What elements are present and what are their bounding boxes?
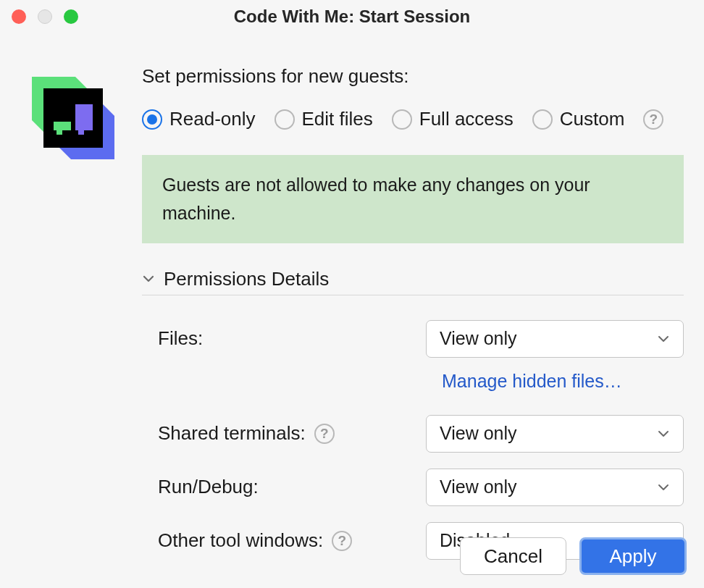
- maximize-window-button[interactable]: [64, 9, 78, 24]
- close-window-button[interactable]: [12, 9, 26, 24]
- help-icon[interactable]: ?: [332, 531, 352, 551]
- radio-label: Full access: [419, 108, 514, 130]
- radio-icon: [142, 109, 162, 130]
- svg-rect-0: [43, 88, 103, 148]
- other-tool-windows-label: Other tool windows:: [158, 529, 323, 552]
- shared-terminals-label: Shared terminals:: [158, 422, 306, 445]
- radio-label: Edit files: [302, 108, 373, 130]
- radio-icon: [532, 109, 553, 130]
- radio-edit-files[interactable]: Edit files: [275, 108, 373, 130]
- svg-rect-6: [78, 130, 84, 135]
- radio-custom[interactable]: Custom: [532, 108, 625, 130]
- select-value: View only: [440, 476, 517, 497]
- files-label: Files:: [158, 327, 203, 350]
- help-icon[interactable]: ?: [643, 109, 663, 130]
- svg-rect-4: [75, 104, 93, 135]
- radio-label: Custom: [560, 108, 625, 130]
- manage-hidden-files-link[interactable]: Manage hidden files…: [442, 371, 622, 391]
- chevron-down-icon: [657, 332, 670, 345]
- window-title: Code With Me: Start Session: [234, 7, 470, 27]
- traffic-lights: [12, 9, 78, 24]
- permission-radio-group: Read-only Edit files Full access Custom …: [142, 108, 684, 130]
- titlebar: Code With Me: Start Session: [0, 0, 704, 33]
- row-run-debug: Run/Debug: View only: [158, 469, 684, 506]
- radio-label: Read-only: [169, 108, 256, 130]
- chevron-down-icon: [657, 481, 670, 494]
- chevron-down-icon: [142, 272, 155, 285]
- shared-terminals-select[interactable]: View only: [426, 415, 684, 453]
- info-banner: Guests are not allowed to make any chang…: [142, 155, 684, 243]
- app-icon: [26, 71, 120, 165]
- apply-button[interactable]: Apply: [579, 537, 687, 575]
- help-icon[interactable]: ?: [314, 424, 335, 444]
- files-select[interactable]: View only: [426, 320, 684, 358]
- permissions-details-toggle[interactable]: Permissions Details: [142, 268, 684, 295]
- cancel-button[interactable]: Cancel: [460, 537, 566, 575]
- row-files: Files: View only: [158, 320, 684, 358]
- svg-rect-3: [56, 130, 62, 135]
- select-value: View only: [440, 423, 517, 444]
- run-debug-label: Run/Debug:: [158, 476, 259, 498]
- radio-icon: [392, 109, 412, 130]
- details-header-label: Permissions Details: [164, 268, 329, 290]
- radio-read-only[interactable]: Read-only: [142, 108, 256, 130]
- select-value: View only: [440, 328, 517, 349]
- chevron-down-icon: [657, 427, 670, 440]
- dialog-footer: Cancel Apply: [460, 537, 687, 575]
- run-debug-select[interactable]: View only: [426, 469, 684, 506]
- row-shared-terminals: Shared terminals: ? View only: [158, 415, 684, 453]
- radio-full-access[interactable]: Full access: [392, 108, 514, 130]
- permissions-heading: Set permissions for new guests:: [142, 65, 684, 88]
- minimize-window-button[interactable]: [38, 9, 52, 24]
- radio-icon: [275, 109, 295, 130]
